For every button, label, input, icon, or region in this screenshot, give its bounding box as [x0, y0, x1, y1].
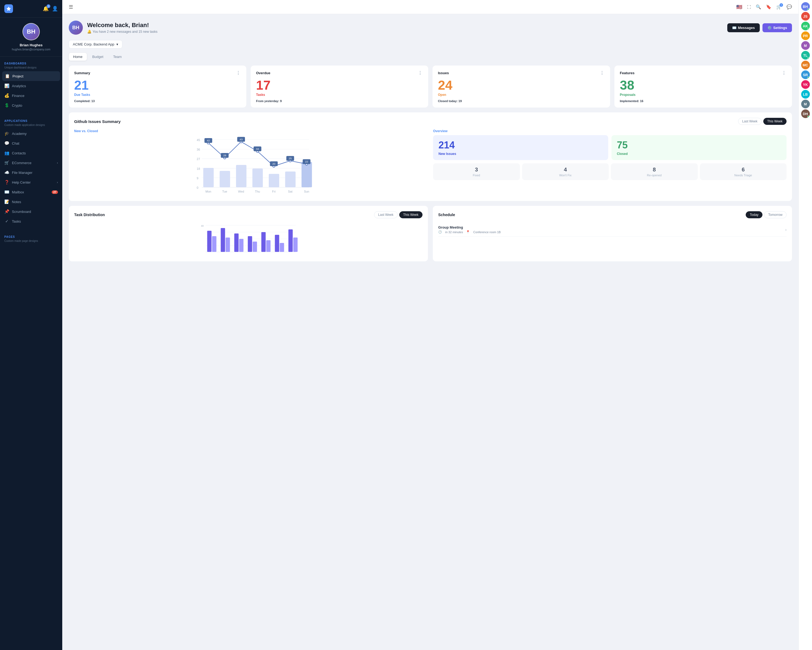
- sidebar-item-finance[interactable]: 💰 Finance: [0, 91, 62, 101]
- stat-card-features: Features ⋮ 38 Proposals Implemented: 16: [614, 66, 792, 107]
- user-icon[interactable]: 👤: [52, 6, 58, 12]
- app-logo[interactable]: [4, 5, 13, 13]
- main-content: ☰ 🇺🇸 ⛶ 🔍 🔖 🛒 5 💬 BH Welcome back, Brian!: [62, 0, 798, 650]
- right-avatar-4[interactable]: M: [801, 41, 810, 50]
- right-avatar-2[interactable]: AK: [801, 22, 810, 30]
- stat-header-summary: Summary ⋮: [74, 70, 241, 76]
- sidebar-item-ecommerce[interactable]: 🛒 ECommerce ›: [0, 158, 62, 168]
- online-indicator-5: [807, 57, 810, 59]
- topbar: ☰ 🇺🇸 ⛶ 🔍 🔖 🛒 5 💬: [62, 0, 798, 14]
- task-this-week-button[interactable]: This Week: [399, 211, 423, 218]
- sidebar-item-analytics[interactable]: 📊 Analytics: [0, 81, 62, 91]
- svg-rect-60: [248, 236, 252, 252]
- task-distribution-card: Task Distribution Last Week This Week 40: [69, 206, 428, 262]
- right-avatar-5[interactable]: TL: [801, 51, 810, 60]
- overview-subtitle: Overview: [433, 129, 786, 133]
- sidebar-item-filemanager[interactable]: ☁️ File Manager: [0, 168, 62, 177]
- analytics-icon: 📊: [4, 83, 9, 88]
- project-label: Project: [12, 74, 23, 78]
- bookmark-icon[interactable]: 🔖: [766, 5, 771, 9]
- sidebar-item-crypto[interactable]: 💲 Crypto: [0, 101, 62, 110]
- svg-rect-13: [203, 168, 214, 187]
- tomorrow-button[interactable]: Tomorrow: [764, 211, 786, 218]
- tab-team[interactable]: Team: [109, 53, 126, 61]
- this-week-button[interactable]: This Week: [763, 118, 786, 125]
- schedule-chevron-icon[interactable]: ›: [785, 228, 786, 232]
- last-week-button[interactable]: Last Week: [738, 118, 762, 125]
- pages-sub: Custom made page designs: [0, 239, 62, 245]
- sidebar-item-chat[interactable]: 💬 Chat: [0, 138, 62, 148]
- task-last-week-button[interactable]: Last Week: [374, 211, 397, 218]
- filemanager-label: File Manager: [12, 171, 32, 175]
- overdue-menu-icon[interactable]: ⋮: [418, 70, 423, 76]
- mini-stats-grid: 3 Fixed 4 Won't Fix 8 Re-opened 6: [433, 163, 786, 180]
- right-avatar-0[interactable]: BH: [801, 2, 810, 11]
- today-button[interactable]: Today: [746, 211, 762, 218]
- summary-label: Due Tasks: [74, 93, 241, 97]
- stats-grid: Summary ⋮ 21 Due Tasks Completed: 13 Ove…: [69, 66, 792, 107]
- svg-text:43: 43: [240, 138, 243, 141]
- svg-rect-63: [266, 240, 271, 252]
- dashboards-label: DASHBOARDS: [0, 60, 62, 66]
- notification-bell[interactable]: 🔔 3: [43, 6, 49, 12]
- sidebar-item-notes[interactable]: 📝 Notes: [0, 197, 62, 206]
- tab-home[interactable]: Home: [69, 53, 87, 61]
- clock-icon: 🕐: [438, 230, 442, 234]
- new-issues-label: New Issues: [438, 152, 603, 156]
- overdue-label: Tasks: [256, 93, 423, 97]
- topbar-icon-group: 🇺🇸 ⛶ 🔍 🔖 🛒 5 💬: [736, 4, 792, 10]
- finance-icon: 💰: [4, 93, 9, 98]
- tab-budget[interactable]: Budget: [88, 53, 108, 61]
- new-issues-card: 214 New Issues: [433, 135, 608, 160]
- right-avatar-11[interactable]: DH: [801, 109, 810, 118]
- closed-issues-card: 75 Closed: [611, 135, 786, 160]
- messages-button[interactable]: ✉️ Messages: [727, 23, 760, 32]
- crypto-label: Crypto: [12, 104, 22, 107]
- svg-text:27: 27: [197, 158, 200, 161]
- svg-text:45: 45: [197, 138, 200, 142]
- features-label: Proposals: [620, 93, 786, 97]
- right-avatar-7[interactable]: SR: [801, 70, 810, 79]
- svg-text:Fri: Fri: [272, 190, 276, 193]
- right-avatar-1[interactable]: JS: [801, 12, 810, 21]
- task-dist-title: Task Distribution: [74, 213, 105, 217]
- applications-label: APPLICATIONS: [0, 118, 62, 124]
- right-avatar-10[interactable]: M: [801, 99, 810, 109]
- right-avatar-3[interactable]: PR: [801, 31, 810, 40]
- stat-header-issues: Issues ⋮: [438, 70, 605, 76]
- summary-menu-icon[interactable]: ⋮: [236, 70, 241, 76]
- sidebar-item-helpcenter[interactable]: ❓ Help Center ›: [0, 177, 62, 187]
- project-selector[interactable]: ACME Corp. Backend App ▾: [69, 40, 122, 49]
- cart-icon[interactable]: 🛒 5: [776, 5, 782, 9]
- dashboard-tabs: Home Budget Team: [69, 53, 792, 61]
- sidebar-item-scrumboard[interactable]: 📌 Scrumboard: [0, 206, 62, 216]
- contacts-label: Contacts: [12, 151, 26, 155]
- envelope-icon: ✉️: [732, 26, 736, 30]
- fullscreen-icon[interactable]: ⛶: [747, 5, 751, 9]
- svg-text:0: 0: [197, 186, 198, 189]
- sidebar-item-project[interactable]: 📋 Project: [2, 71, 60, 81]
- sidebar-item-contacts[interactable]: 👥 Contacts: [0, 148, 62, 158]
- stat-header-overdue: Overdue ⋮: [256, 70, 423, 76]
- helpcenter-icon: ❓: [4, 180, 9, 185]
- svg-rect-64: [275, 235, 279, 252]
- page-content: BH Welcome back, Brian! 🔔 You have 2 new…: [62, 14, 798, 650]
- svg-rect-62: [261, 232, 266, 252]
- sidebar-item-tasks[interactable]: ✓ Tasks: [0, 216, 62, 226]
- features-menu-icon[interactable]: ⋮: [782, 70, 786, 76]
- issues-menu-icon[interactable]: ⋮: [600, 70, 605, 76]
- search-icon[interactable]: 🔍: [756, 5, 761, 9]
- flag-icon[interactable]: 🇺🇸: [736, 4, 742, 10]
- sidebar-item-mailbox[interactable]: ✉️ Mailbox 27: [0, 187, 62, 197]
- right-avatar-6[interactable]: MC: [801, 61, 810, 69]
- sidebar-item-academy[interactable]: 🎓 Academy: [0, 128, 62, 138]
- settings-button[interactable]: ⚙️ Settings: [762, 23, 792, 32]
- right-avatar-9[interactable]: LB: [801, 90, 810, 99]
- messages-icon[interactable]: 💬: [786, 5, 792, 9]
- svg-rect-14: [220, 171, 230, 187]
- schedule-toggle: Today Tomorrow: [746, 211, 786, 218]
- task-distribution-chart: 40: [74, 223, 423, 255]
- menu-hamburger-icon[interactable]: ☰: [69, 4, 73, 10]
- right-avatar-8[interactable]: YK: [801, 80, 810, 89]
- triage-label: Needs Triage: [703, 174, 784, 177]
